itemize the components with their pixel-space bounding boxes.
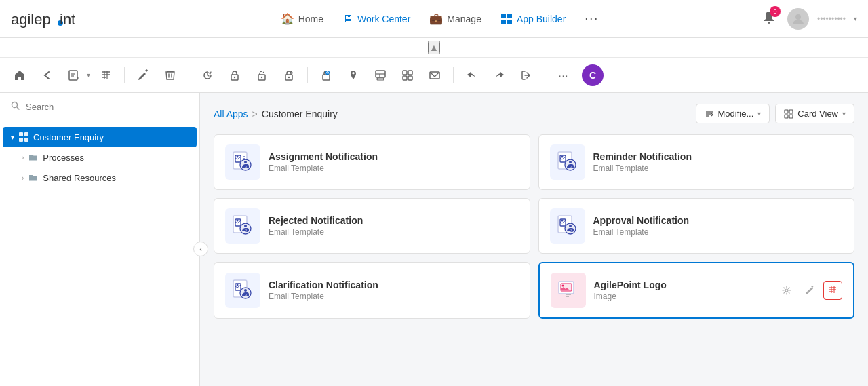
card-settings-button[interactable] bbox=[777, 281, 796, 300]
email-template-icon-2: Q bbox=[231, 214, 255, 238]
svg-rect-3 bbox=[501, 14, 506, 18]
reply-toolbar-icon bbox=[466, 69, 478, 81]
sort-chevron-icon: ▾ bbox=[757, 110, 761, 117]
sidebar-wrapper: ▾ Customer Enquiry › Processes bbox=[0, 93, 200, 386]
user-avatar-icon bbox=[791, 12, 806, 26]
forward-toolbar-icon bbox=[493, 69, 505, 81]
svg-rect-8 bbox=[69, 71, 77, 80]
layout-toolbar-icon bbox=[374, 69, 387, 81]
folder-shared-icon bbox=[28, 172, 39, 183]
user-toolbar-button[interactable]: C bbox=[582, 64, 604, 86]
forward-toolbar-button[interactable] bbox=[488, 64, 511, 87]
card-edit-button[interactable] bbox=[800, 281, 819, 300]
new-toolbar-button-group: ▾ bbox=[62, 64, 90, 87]
svg-text:Q: Q bbox=[245, 165, 247, 168]
back-toolbar-button[interactable] bbox=[35, 64, 58, 87]
card-title: Assignment Notification bbox=[269, 151, 519, 162]
security-toolbar-icon: Q bbox=[320, 69, 332, 81]
search-input[interactable] bbox=[26, 102, 189, 112]
nav-work-center[interactable]: 🖥 Work Center bbox=[342, 13, 410, 25]
more-toolbar-button[interactable]: ··· bbox=[552, 64, 575, 87]
card-assignment-notification[interactable]: Q Assignment Notification Email Template bbox=[214, 134, 530, 190]
new-toolbar-arrow[interactable]: ▾ bbox=[87, 71, 90, 79]
new-toolbar-button[interactable] bbox=[62, 64, 85, 87]
home-toolbar-button[interactable] bbox=[8, 64, 31, 87]
svg-rect-33 bbox=[408, 76, 412, 80]
svg-text:Q: Q bbox=[569, 229, 571, 232]
history-toolbar-icon bbox=[201, 69, 214, 81]
view-button[interactable]: Card View ▾ bbox=[775, 104, 854, 123]
breadcrumb-all-apps[interactable]: All Apps bbox=[214, 109, 248, 119]
card-columns-button[interactable] bbox=[823, 281, 842, 300]
content-header: All Apps > Customer Enquiry Modifie... ▾ bbox=[200, 93, 868, 134]
toolbar-separator-5 bbox=[545, 67, 545, 83]
search-icon bbox=[11, 101, 20, 113]
edit-toolbar-button[interactable] bbox=[132, 64, 155, 87]
svg-rect-47 bbox=[789, 115, 793, 118]
location-toolbar-button[interactable] bbox=[342, 64, 365, 87]
user-avatar[interactable] bbox=[787, 8, 809, 30]
nav-home[interactable]: 🏠 Home bbox=[281, 12, 323, 25]
card-reminder-notification[interactable]: Q Reminder Notification Email Template bbox=[538, 134, 855, 190]
chevron-right-icon-2: › bbox=[22, 174, 24, 182]
svg-rect-38 bbox=[24, 132, 28, 136]
card-icon-wrap-3: Q bbox=[550, 208, 585, 244]
sidebar-item-shared-resources[interactable]: › Shared Resources bbox=[0, 168, 199, 188]
svg-point-66 bbox=[237, 220, 239, 222]
user-menu-chevron[interactable]: ▾ bbox=[854, 15, 857, 22]
svg-rect-37 bbox=[19, 132, 23, 136]
delete-toolbar-button[interactable] bbox=[159, 64, 182, 87]
sidebar-item-customer-enquiry[interactable]: ▾ Customer Enquiry bbox=[3, 127, 197, 147]
collapse-nav-button[interactable]: ▲ bbox=[428, 41, 440, 54]
breadcrumb-current: Customer Enquiry bbox=[262, 109, 338, 119]
svg-point-50 bbox=[237, 156, 239, 158]
svg-line-36 bbox=[17, 107, 20, 110]
svg-rect-23 bbox=[323, 75, 330, 80]
layout-toolbar-button[interactable] bbox=[369, 64, 392, 87]
card-info-5: AgilePoint Logo Image bbox=[594, 279, 770, 301]
svg-rect-40 bbox=[24, 138, 28, 142]
svg-point-61 bbox=[569, 161, 572, 163]
toolbar-separator-1 bbox=[124, 67, 125, 83]
svg-point-21 bbox=[288, 76, 290, 77]
svg-rect-4 bbox=[507, 14, 512, 18]
unlock-toolbar-button[interactable] bbox=[250, 64, 273, 87]
security-toolbar-button[interactable]: Q bbox=[315, 64, 338, 87]
nav-work-center-label: Work Center bbox=[357, 14, 410, 24]
exit-toolbar-button[interactable] bbox=[515, 64, 538, 87]
history-toolbar-button[interactable] bbox=[196, 64, 219, 87]
svg-point-59 bbox=[561, 156, 563, 158]
notification-button[interactable]: 0 bbox=[759, 7, 779, 30]
grid-toolbar-button[interactable] bbox=[396, 64, 419, 87]
svg-point-17 bbox=[234, 76, 235, 77]
image-icon bbox=[556, 278, 580, 303]
lock2-toolbar-button[interactable] bbox=[277, 64, 300, 87]
nav-more-button[interactable]: ··· bbox=[585, 12, 599, 26]
logo[interactable]: agilep int bbox=[11, 8, 99, 30]
card-info-2: Rejected Notification Email Template bbox=[269, 215, 519, 237]
nav-app-builder[interactable]: App Builder bbox=[500, 13, 566, 25]
exit-toolbar-icon bbox=[520, 69, 532, 81]
card-clarification-notification[interactable]: Q Clarification Notification Email Templ… bbox=[214, 262, 530, 319]
sidebar-item-processes[interactable]: › Processes bbox=[0, 147, 199, 168]
edit-action-icon bbox=[805, 286, 814, 295]
sidebar-toggle-button[interactable]: ‹ bbox=[193, 242, 208, 256]
nav-home-label: Home bbox=[298, 14, 323, 24]
card-agilepoint-logo[interactable]: AgilePoint Logo Image bbox=[538, 262, 855, 319]
nav-manage[interactable]: 💼 Manage bbox=[429, 12, 481, 25]
card-icon-wrap-1: Q bbox=[550, 144, 585, 180]
location-toolbar-icon bbox=[347, 69, 359, 81]
card-rejected-notification[interactable]: Q Rejected Notification Email Template bbox=[214, 198, 530, 254]
home-toolbar-icon bbox=[14, 69, 26, 81]
reply-toolbar-button[interactable] bbox=[460, 64, 484, 87]
card-actions bbox=[777, 281, 842, 300]
lock-toolbar-button[interactable] bbox=[223, 64, 246, 87]
email-template-icon-3: Q bbox=[555, 214, 580, 238]
svg-point-87 bbox=[561, 285, 564, 287]
card-icon-wrap: Q bbox=[225, 144, 260, 180]
card-info-1: Reminder Notification Email Template bbox=[593, 151, 844, 173]
mail-toolbar-button[interactable] bbox=[423, 64, 446, 87]
sort-button[interactable]: Modifie... ▾ bbox=[696, 104, 770, 123]
card-approval-notification[interactable]: Q Approval Notification Email Template bbox=[538, 198, 855, 254]
columns-toolbar-button[interactable] bbox=[94, 64, 117, 87]
